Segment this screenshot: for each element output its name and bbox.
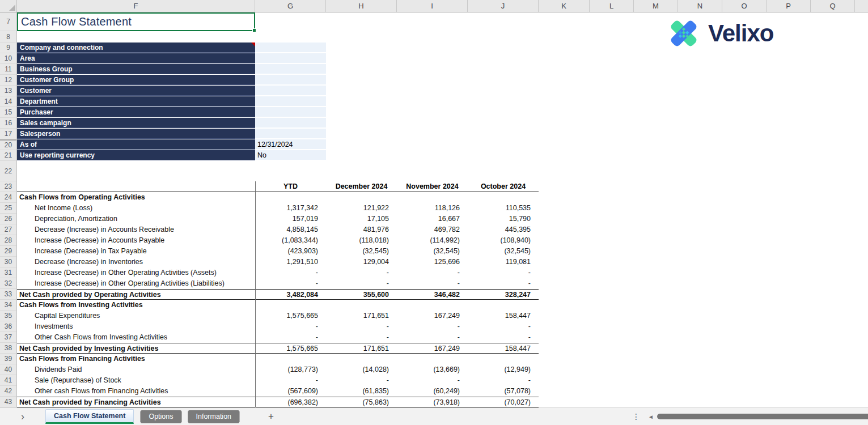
column-header[interactable]: M (634, 0, 678, 12)
report-row-label[interactable]: Depreciation, Amortization (17, 214, 255, 224)
report-value-dec[interactable] (326, 192, 397, 203)
fill-handle[interactable] (252, 28, 256, 32)
report-value-nov[interactable]: - (397, 332, 468, 343)
report-value-dec[interactable]: 481,976 (326, 224, 397, 235)
report-row-label[interactable]: Increase (Decrease) in Tax Payable (17, 246, 255, 257)
report-value-dec[interactable]: 171,651 (326, 311, 397, 321)
report-value-oct[interactable]: - (468, 278, 539, 289)
report-value-ytd[interactable]: (567,609) (255, 386, 326, 397)
report-value-ytd[interactable]: 3,482,084 (255, 290, 326, 300)
column-header[interactable]: P (767, 0, 811, 12)
report-value-dec[interactable]: - (326, 375, 397, 386)
row-header[interactable]: 41 (0, 375, 16, 386)
row-header[interactable]: 43 (0, 397, 16, 407)
filter-value-cell[interactable] (255, 107, 326, 117)
filter-value-cell[interactable] (255, 64, 326, 74)
report-value-ytd[interactable]: 1,575,665 (255, 311, 326, 321)
filter-value-cell[interactable]: No (255, 150, 326, 160)
row-header[interactable]: 29 (0, 246, 16, 257)
row-header[interactable]: 38 (0, 343, 16, 354)
filter-label-cell[interactable]: Use reporting currency (17, 150, 255, 160)
sheet-tab[interactable]: Cash Flow Statement (45, 409, 134, 424)
column-header[interactable]: J (468, 0, 539, 12)
report-row-label[interactable]: Net Income (Loss) (17, 203, 255, 214)
report-value-oct[interactable]: 158,447 (468, 311, 539, 321)
report-value-dec[interactable]: 355,600 (326, 290, 397, 300)
row-header[interactable]: 9 (0, 42, 16, 53)
report-value-dec[interactable]: (75,863) (326, 397, 397, 407)
report-value-ytd[interactable]: (1,083,344) (255, 235, 326, 246)
report-value-dec[interactable]: (14,028) (326, 364, 397, 375)
column-header[interactable]: Q (811, 0, 855, 12)
filter-label-cell[interactable]: Salesperson (17, 129, 255, 139)
report-value-oct[interactable]: (32,545) (468, 246, 539, 257)
row-header[interactable]: 33 (0, 289, 16, 300)
report-row-label[interactable]: Decrease (Increase) in Inventories (17, 257, 255, 267)
report-value-dec[interactable]: 171,651 (326, 343, 397, 354)
filter-label-cell[interactable]: Purchaser (17, 107, 255, 117)
select-all-button[interactable] (0, 0, 17, 12)
row-header[interactable]: 42 (0, 386, 16, 397)
horizontal-scrollbar-thumb[interactable] (657, 414, 868, 419)
report-row-label[interactable]: Net Cash provided by Financing Activitie… (17, 397, 255, 407)
report-value-ytd[interactable]: 1,317,342 (255, 203, 326, 214)
report-value-dec[interactable]: (118,018) (326, 235, 397, 246)
period-header-cell[interactable]: December 2024 (326, 181, 397, 192)
row-header[interactable]: 22 (0, 161, 16, 181)
filter-label-cell[interactable]: Customer Group (17, 75, 255, 85)
report-value-dec[interactable]: 121,922 (326, 203, 397, 214)
period-header-cell[interactable]: November 2024 (397, 181, 468, 192)
report-value-nov[interactable] (397, 192, 468, 203)
column-header[interactable]: F (17, 0, 255, 12)
column-header[interactable]: K (539, 0, 590, 12)
report-row-label[interactable]: Capital Expenditures (17, 311, 255, 321)
row-header[interactable]: 12 (0, 75, 16, 86)
report-value-nov[interactable]: 118,126 (397, 203, 468, 214)
report-row-label[interactable]: Other Cash Flows from Investing Activiti… (17, 332, 255, 343)
filter-label-cell[interactable]: Sales campaign (17, 118, 255, 128)
row-header[interactable]: 17 (0, 129, 16, 139)
scrollbar-resize-grip-icon[interactable]: ⋮ (632, 412, 640, 421)
horizontal-scrollbar[interactable] (657, 413, 868, 420)
row-header[interactable]: 16 (0, 118, 16, 129)
report-value-ytd[interactable] (255, 192, 326, 203)
report-row-label[interactable]: Decrease (Increase) in Accounts Receivab… (17, 224, 255, 235)
report-value-nov[interactable]: 16,667 (397, 214, 468, 224)
row-header[interactable]: 40 (0, 364, 16, 375)
report-value-dec[interactable]: - (326, 332, 397, 343)
filter-label-cell[interactable]: Business Group (17, 64, 255, 74)
selected-cell-title[interactable]: Cash Flow Statement (17, 12, 255, 31)
report-value-dec[interactable] (326, 354, 397, 364)
velixo-logo[interactable]: Velixo (666, 16, 773, 51)
report-value-dec[interactable]: 129,004 (326, 257, 397, 267)
filter-value-cell[interactable] (255, 129, 326, 139)
report-value-oct[interactable]: - (468, 321, 539, 332)
report-value-oct[interactable] (468, 354, 539, 364)
row-header[interactable]: 7 (0, 12, 16, 31)
filter-value-cell[interactable] (255, 42, 326, 53)
row-header[interactable]: 28 (0, 235, 16, 246)
report-value-ytd[interactable] (255, 300, 326, 311)
report-value-oct[interactable]: (12,949) (468, 364, 539, 375)
row-header[interactable]: 24 (0, 192, 16, 203)
report-value-nov[interactable] (397, 300, 468, 311)
report-value-ytd[interactable]: - (255, 375, 326, 386)
filter-label-cell[interactable]: As of (17, 139, 255, 150)
row-header[interactable]: 26 (0, 214, 16, 224)
sheet-nav-chevron-icon[interactable]: › (0, 410, 45, 423)
report-value-nov[interactable]: (73,918) (397, 397, 468, 407)
report-value-oct[interactable]: 110,535 (468, 203, 539, 214)
report-value-dec[interactable]: (61,835) (326, 386, 397, 397)
report-value-oct[interactable]: - (468, 375, 539, 386)
report-value-oct[interactable]: 15,790 (468, 214, 539, 224)
report-row-label[interactable]: Investments (17, 321, 255, 332)
report-row-label[interactable]: Cash Flows from Financing Activities (17, 354, 255, 364)
report-row-label[interactable]: Other cash Flows from Financing Activiti… (17, 386, 255, 397)
period-header-cell[interactable]: October 2024 (468, 181, 539, 192)
report-value-ytd[interactable]: (696,382) (255, 397, 326, 407)
report-value-ytd[interactable]: 157,019 (255, 214, 326, 224)
column-header[interactable]: O (722, 0, 767, 12)
report-value-dec[interactable]: (32,545) (326, 246, 397, 257)
row-header[interactable]: 39 (0, 354, 16, 364)
report-value-nov[interactable]: - (397, 278, 468, 289)
